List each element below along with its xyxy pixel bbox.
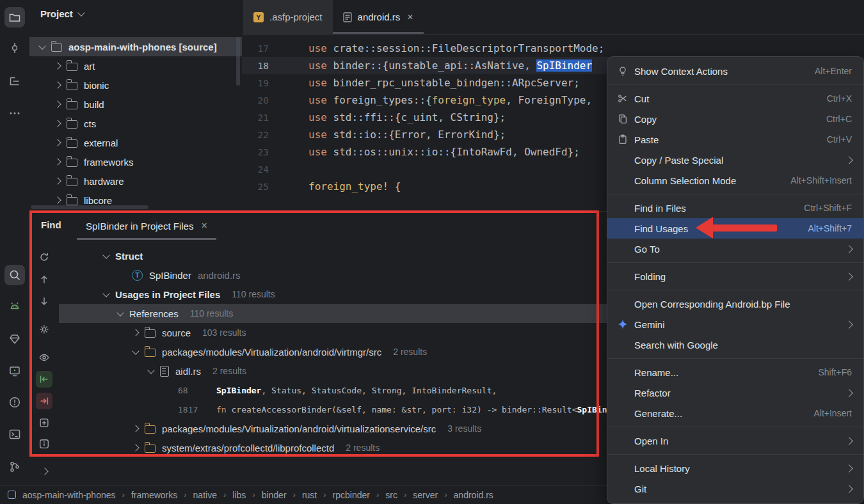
project-tree-item[interactable]: cts (29, 114, 242, 133)
find-results-tab[interactable]: SpIBinder in Project Files × (77, 212, 216, 240)
more-tools-button[interactable] (4, 103, 25, 123)
open-in-new-tab-icon[interactable] (36, 414, 52, 431)
project-tree-item[interactable]: build (29, 95, 242, 114)
usage-line-number: 1817 (178, 405, 210, 414)
terminal-tool-button[interactable] (4, 424, 25, 445)
close-icon[interactable]: × (407, 12, 413, 23)
breadcrumb-item[interactable]: libs (232, 490, 246, 500)
chevron-right-icon[interactable] (54, 120, 61, 127)
menu-item-open-corresponding-android-bp[interactable]: Open Corresponding Android.bp File (607, 294, 863, 314)
close-icon[interactable]: × (201, 220, 207, 232)
menu-separator (607, 290, 863, 290)
menu-item-column-selection-mode[interactable]: Column Selection Mode Alt+Shift+Insert (607, 170, 863, 191)
running-devices-button[interactable] (4, 361, 25, 381)
chevron-right-icon[interactable] (54, 177, 61, 184)
line-number: 25 (242, 182, 269, 192)
ide-window: Project aosp-main-with-phones [source] a… (0, 0, 864, 504)
autoscroll-to-source-icon[interactable] (36, 371, 52, 388)
breadcrumb-item[interactable]: aosp-main-with-phones (22, 490, 116, 500)
chevron-right-icon[interactable] (132, 425, 139, 432)
chevron-down-icon[interactable] (147, 366, 154, 374)
project-tree-root[interactable]: aosp-main-with-phones [source] (29, 37, 242, 56)
menu-item-gemini[interactable]: Gemini (607, 314, 863, 335)
info-icon[interactable] (36, 436, 52, 452)
menu-item-generate[interactable]: Generate... Alt+Insert (607, 403, 863, 423)
breadcrumb-separator: › (252, 490, 255, 500)
project-tree-item[interactable]: bionic (29, 75, 242, 95)
menu-item-folding[interactable]: Folding (607, 266, 863, 287)
code-line[interactable]: 17use crate::session::FileDescriptorTran… (242, 40, 864, 57)
project-tree-item[interactable]: frameworks (29, 152, 242, 171)
line-number: 17 (242, 43, 269, 54)
chevron-right-icon[interactable] (41, 468, 48, 475)
menu-item-local-history[interactable]: Local History (607, 458, 863, 478)
line-number: 19 (242, 78, 269, 88)
refresh-icon[interactable] (36, 249, 52, 265)
chevron-right-icon[interactable] (54, 100, 61, 107)
chevron-right-icon[interactable] (132, 329, 139, 336)
menu-item-refactor[interactable]: Refactor (607, 382, 863, 403)
settings-icon[interactable] (36, 321, 52, 338)
search-tool-button[interactable] (4, 265, 25, 285)
chevron-down-icon[interactable] (102, 290, 109, 297)
vertical-scrollbar[interactable] (236, 37, 240, 86)
folder-icon (51, 43, 62, 52)
menu-item-open-in[interactable]: Open In (607, 430, 863, 451)
menu-item-rename[interactable]: Rename... Shift+F6 (607, 362, 863, 382)
breadcrumb-item[interactable]: frameworks (131, 490, 177, 500)
folder-icon (145, 349, 156, 357)
structure-tool-button[interactable] (4, 71, 25, 91)
chevron-down-icon[interactable] (102, 251, 109, 258)
menu-item-copy[interactable]: Copy Ctrl+C (607, 109, 863, 129)
folder-label: art (84, 61, 95, 72)
project-panel: Project aosp-main-with-phones [source] a… (29, 0, 243, 211)
menu-item-copy-paste-special[interactable]: Copy / Paste Special (607, 150, 863, 170)
submenu-arrow-icon (845, 156, 853, 164)
chevron-right-icon[interactable] (132, 444, 139, 451)
move-up-icon[interactable] (36, 271, 52, 288)
project-tool-button[interactable] (4, 7, 25, 28)
horizontal-scrollbar[interactable] (31, 205, 148, 209)
project-tree-item[interactable]: art (29, 56, 242, 75)
project-tree-item[interactable]: external (29, 133, 242, 152)
chevron-right-icon[interactable] (54, 62, 61, 69)
breadcrumb-item[interactable]: rpcbinder (333, 490, 370, 500)
menu-item-cut[interactable]: Cut Ctrl+X (607, 88, 863, 109)
autoscroll-from-source-icon[interactable] (36, 393, 52, 409)
chevron-right-icon[interactable] (54, 158, 61, 165)
menu-item-show-context-actions[interactable]: Show Context Actions Alt+Enter (607, 61, 863, 81)
breadcrumb-item[interactable]: native (193, 490, 217, 500)
breadcrumb-item[interactable]: binder (262, 490, 287, 500)
breadcrumb-item[interactable]: android.rs (454, 490, 493, 500)
submenu-arrow-icon (845, 389, 853, 397)
menu-item-search-with-google[interactable]: Search with Google (607, 335, 863, 355)
commit-tool-button[interactable] (4, 38, 25, 58)
preview-icon[interactable] (36, 349, 52, 366)
chevron-down-icon[interactable] (38, 42, 45, 49)
move-down-icon[interactable] (36, 293, 52, 310)
project-panel-header[interactable]: Project (29, 0, 242, 27)
version-control-button[interactable] (4, 457, 25, 477)
breadcrumb-item[interactable]: src (385, 490, 397, 500)
menu-item-go-to[interactable]: Go To (607, 239, 863, 259)
more-icon (8, 107, 21, 120)
breadcrumb-item[interactable]: server (413, 490, 438, 500)
line-number: 24 (242, 164, 269, 175)
problems-tool-button[interactable] (4, 392, 25, 413)
menu-item-find-in-files[interactable]: Find in Files Ctrl+Shift+F (607, 198, 863, 218)
tab-android-rs[interactable]: android.rs × (333, 0, 424, 34)
chevron-right-icon[interactable] (54, 196, 61, 203)
breadcrumb-item[interactable]: rust (302, 490, 317, 500)
chevron-right-icon[interactable] (54, 139, 61, 146)
menu-item-find-usages[interactable]: Find Usages Alt+Shift+7 (607, 218, 863, 239)
chevron-down-icon[interactable] (116, 309, 124, 316)
insights-tool-button[interactable] (4, 329, 25, 349)
project-tree-item[interactable]: hardware (29, 171, 242, 191)
chevron-down-icon[interactable] (132, 347, 139, 354)
chevron-right-icon[interactable] (54, 81, 61, 88)
menu-separator (607, 427, 863, 427)
menu-item-paste[interactable]: Paste Ctrl+V (607, 129, 863, 150)
tab-asfp-project[interactable]: Y .asfp-project (243, 0, 333, 34)
menu-item-git[interactable]: Git (607, 478, 863, 499)
device-manager-button[interactable] (4, 296, 25, 317)
